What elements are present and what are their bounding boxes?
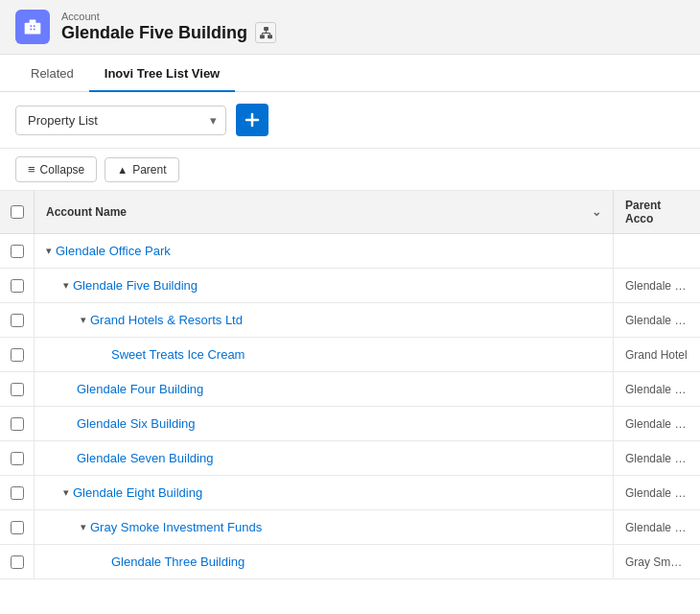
row-checkbox-cell (0, 545, 35, 579)
row-checkbox-cell (0, 476, 35, 509)
account-name-link[interactable]: Glendale Four Building (77, 382, 203, 396)
table-row: Glendale Three BuildingGray Smoke (0, 545, 700, 579)
row-checkbox-cell (0, 269, 35, 302)
chevron-down-icon[interactable]: ▾ (63, 279, 69, 292)
svg-rect-6 (264, 27, 268, 31)
chevron-down-icon[interactable]: ▾ (81, 314, 86, 326)
header-title: Glendale Five Building (61, 22, 276, 43)
row-account-cell: Glendale Seven Building (35, 441, 614, 475)
row-checkbox[interactable] (11, 417, 24, 431)
row-checkbox-cell (0, 234, 35, 268)
header-label: Account (61, 11, 276, 22)
table-body: ▾Glendale Office Park▾Glendale Five Buil… (0, 234, 700, 579)
row-account-cell: Glendale Four Building (35, 372, 614, 406)
row-account-cell: Glendale Three Building (35, 545, 614, 579)
account-name-link[interactable]: Glendale Six Building (77, 416, 196, 431)
table-row: ▾Glendale Office Park (0, 234, 700, 269)
account-icon (15, 10, 50, 44)
collapse-icon: ≡ (28, 162, 35, 177)
view-dropdown[interactable]: Property List Account Hierarchy (15, 106, 226, 135)
row-parent-cell: Grand Hotel (614, 341, 700, 369)
add-button[interactable] (236, 104, 268, 136)
sort-icon[interactable]: ⌄ (592, 205, 601, 219)
row-parent-cell (614, 244, 700, 259)
row-checkbox[interactable] (11, 314, 24, 327)
col-account-name: Account Name ⌄ (35, 191, 614, 233)
account-name-link[interactable]: Glendale Eight Building (73, 485, 202, 500)
row-parent-cell: Gray Smoke (614, 548, 700, 577)
row-account-cell: ▾Grand Hotels & Resorts Ltd (35, 303, 614, 337)
row-account-cell: ▾Gray Smoke Investment Funds (35, 510, 614, 544)
account-name-link[interactable]: Gray Smoke Investment Funds (90, 520, 262, 534)
row-checkbox[interactable] (11, 245, 24, 258)
account-name-link[interactable]: Glendale Three Building (111, 555, 245, 569)
tab-inovi-tree-list-view[interactable]: Inovi Tree List View (89, 55, 235, 92)
chevron-down-icon[interactable]: ▾ (63, 486, 69, 499)
row-checkbox[interactable] (11, 279, 24, 293)
row-checkbox-cell (0, 510, 35, 544)
table-row: ▾Glendale Eight BuildingGlendale Off (0, 476, 700, 510)
table-row: ▾Glendale Five BuildingGlendale Off (0, 269, 700, 303)
row-checkbox[interactable] (11, 521, 24, 534)
row-checkbox[interactable] (11, 348, 24, 362)
row-parent-cell: Glendale Eig (614, 513, 700, 542)
table-header: Account Name ⌄ Parent Acco (0, 191, 700, 234)
row-checkbox[interactable] (11, 486, 24, 500)
svg-rect-2 (31, 25, 33, 27)
svg-rect-5 (34, 29, 35, 31)
header: Account Glendale Five Building (0, 0, 700, 55)
org-chart-button[interactable] (255, 22, 276, 43)
table-row: Glendale Six BuildingGlendale Off (0, 407, 700, 441)
header-checkbox-cell (0, 191, 35, 233)
svg-rect-7 (260, 35, 265, 38)
account-name-link[interactable]: Sweet Treats Ice Cream (111, 347, 245, 362)
svg-rect-0 (25, 23, 41, 35)
row-account-cell: ▾Glendale Office Park (35, 234, 614, 268)
row-account-cell: Glendale Six Building (35, 407, 614, 440)
svg-rect-1 (30, 20, 36, 24)
table-row: Glendale Seven BuildingGlendale Off (0, 441, 700, 476)
row-parent-cell: Glendale Fiv (614, 306, 700, 335)
row-parent-cell: Glendale Off (614, 479, 700, 508)
col-parent-account: Parent Acco (614, 191, 700, 233)
parent-icon: ▲ (117, 164, 128, 176)
table-row: ▾Grand Hotels & Resorts LtdGlendale Fiv (0, 303, 700, 338)
table-row: ▾Gray Smoke Investment FundsGlendale Eig (0, 510, 700, 545)
collapse-button[interactable]: ≡ Collapse (15, 156, 97, 182)
svg-rect-4 (31, 29, 33, 31)
row-checkbox-cell (0, 407, 35, 440)
account-name-link[interactable]: Glendale Five Building (73, 278, 198, 293)
account-name-link[interactable]: Grand Hotels & Resorts Ltd (90, 313, 243, 327)
row-account-cell: Sweet Treats Ice Cream (35, 338, 614, 371)
parent-button[interactable]: ▲ Parent (105, 157, 178, 182)
row-account-cell: ▾Glendale Five Building (35, 269, 614, 302)
svg-rect-8 (268, 35, 272, 38)
table-row: Sweet Treats Ice CreamGrand Hotel (0, 338, 700, 372)
tab-related[interactable]: Related (15, 55, 89, 92)
tab-bar: Related Inovi Tree List View (0, 55, 700, 92)
account-name-link[interactable]: Glendale Office Park (56, 244, 171, 258)
row-checkbox[interactable] (11, 383, 24, 396)
row-parent-cell: Glendale Off (614, 272, 700, 300)
row-parent-cell: Glendale Off (614, 410, 700, 438)
row-checkbox-cell (0, 338, 35, 371)
row-checkbox[interactable] (11, 452, 24, 465)
account-name-link[interactable]: Glendale Seven Building (77, 451, 213, 465)
row-checkbox[interactable] (11, 555, 24, 569)
row-checkbox-cell (0, 441, 35, 475)
row-account-cell: ▾Glendale Eight Building (35, 476, 614, 509)
row-checkbox-cell (0, 372, 35, 406)
tree-table: Account Name ⌄ Parent Acco ▾Glendale Off… (0, 191, 700, 579)
chevron-down-icon[interactable]: ▾ (81, 521, 86, 533)
action-bar: ≡ Collapse ▲ Parent (0, 149, 700, 191)
row-parent-cell: Glendale Off (614, 444, 700, 473)
header-text: Account Glendale Five Building (61, 11, 276, 43)
row-parent-cell: Glendale Off (614, 375, 700, 404)
select-all-checkbox[interactable] (11, 205, 24, 219)
row-checkbox-cell (0, 303, 35, 337)
table-row: Glendale Four BuildingGlendale Off (0, 372, 700, 407)
view-dropdown-wrapper: Property List Account Hierarchy ▾ (15, 106, 226, 135)
svg-rect-3 (34, 25, 35, 27)
chevron-down-icon[interactable]: ▾ (46, 245, 52, 257)
toolbar: Property List Account Hierarchy ▾ (0, 92, 700, 149)
